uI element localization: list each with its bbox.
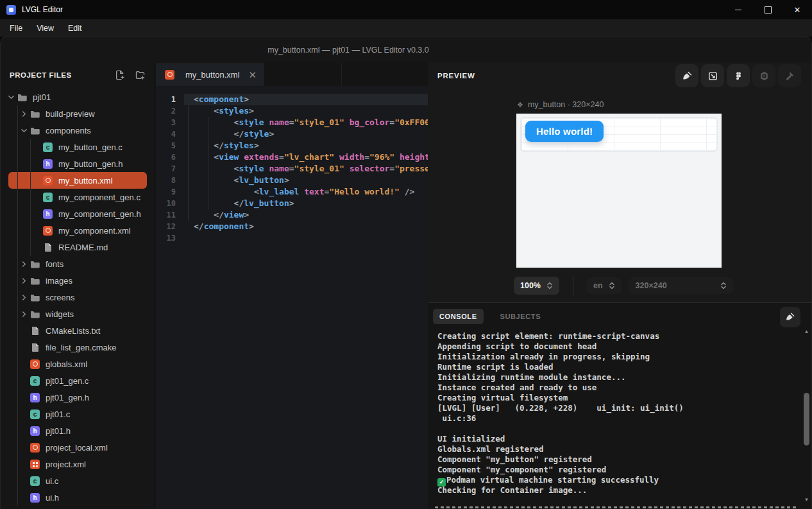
chevron-right-icon[interactable] [19,111,29,117]
tree-item-ui.h[interactable]: hui.h [1,489,155,506]
tree-item-label: my_component_gen.h [58,209,141,219]
code-line: <lv_button> [184,175,428,186]
tree-item-label: screens [46,293,75,302]
export-frame-icon[interactable] [701,64,724,87]
tree-item-images[interactable]: images [1,272,155,289]
tree-item-ui.c[interactable]: cui.c [1,472,155,489]
language-select[interactable]: en [587,277,622,294]
folder-icon [30,259,40,269]
preview-canvas[interactable]: Hello world! [516,114,722,268]
title-bar: LVGL Editor ✕ [0,0,812,19]
console-log[interactable]: Creating script element: runtime-script-… [437,331,797,506]
tree-item-label: ui.c [46,476,58,486]
scrollbar-thumb[interactable] [804,393,809,445]
code-line: </component> [184,221,428,232]
tree-item-my_component_gen.c[interactable]: cmy_component_gen.c [1,189,155,205]
h-file-icon: h [30,493,40,503]
tree-item-file_list_gen.cmake[interactable]: file_list_gen.cmake [1,339,155,356]
updown-chevron-icon [546,281,553,290]
indent-guide [30,139,31,255]
tree-item-label: my_button.xml [58,176,113,185]
chevron-right-icon[interactable] [19,311,29,317]
line-number: 3 [156,117,184,128]
preview-toolbar [675,64,801,87]
tree-item-widgets[interactable]: widgets [1,306,155,322]
app-logo-icon [6,5,16,15]
menu-file[interactable]: File [3,21,30,35]
console-line: Creating virtual filesystem [437,393,797,403]
window-minimize-button[interactable] [723,0,753,19]
menu-edit[interactable]: Edit [61,21,89,35]
tab-my-button-xml[interactable]: my_button.xml ✕ [156,63,264,86]
file-icon [30,326,40,336]
tree-item-my_button_gen.h[interactable]: hmy_button_gen.h [1,155,155,172]
menu-view[interactable]: View [30,21,61,35]
clipped-console-line [435,506,799,508]
clear-console-broom-icon[interactable] [780,307,800,327]
tree-item-pjt01_gen.c[interactable]: cpjt01_gen.c [1,372,155,389]
tree-item-fonts[interactable]: fonts [1,255,155,272]
chevron-right-icon[interactable] [19,278,29,284]
line-number-gutter: 12345678910111213 [156,86,184,509]
new-file-icon[interactable] [115,70,125,80]
tree-item-components[interactable]: components [1,122,155,139]
tab-console[interactable]: CONSOLE [433,309,484,324]
c-file-icon: c [43,142,53,152]
scroll-up-icon[interactable]: ▲ [802,329,811,334]
resolution-value: 320×240 [636,281,667,290]
badge-icon[interactable] [752,64,775,87]
hammer-icon[interactable] [778,64,801,87]
resolution-select[interactable]: 320×240 [629,277,733,294]
code-line: <view extends="lv_chart" width="96%" hei… [184,151,428,163]
window-close-button[interactable]: ✕ [782,0,812,19]
project-files-panel: PROJECT FILES pjt01build-previewcomponen… [1,63,155,509]
code-line: <style name="style_01" bg_color="0xFF000… [184,117,428,128]
tree-item-my_component_gen.h[interactable]: hmy_component_gen.h [1,205,155,222]
folder-icon [30,293,40,302]
tab-close-icon[interactable]: ✕ [249,70,257,80]
tree-item-pjt01.h[interactable]: hpjt01.h [1,422,155,439]
tree-item-pjt01[interactable]: pjt01 [1,89,155,105]
tree-item-label: CMakeLists.txt [46,326,100,336]
broom-icon[interactable] [675,64,698,87]
tree-item-screens[interactable]: screens [1,289,155,306]
tree-item-label: project.xml [46,460,86,469]
chevron-down-icon[interactable] [19,128,29,134]
figma-icon[interactable] [727,64,750,87]
code-line: <styles> [184,105,428,117]
chevron-right-icon[interactable] [19,295,29,300]
tree-item-project.xml[interactable]: project.xml [1,456,155,472]
line-number: 8 [156,175,184,186]
line-number: 6 [156,151,184,163]
chevron-right-icon[interactable] [19,261,29,267]
tree-item-CMakeLists.txt[interactable]: CMakeLists.txt [1,322,155,339]
tree-item-README.md[interactable]: README.md [1,239,155,255]
tree-item-pjt01.c[interactable]: cpjt01.c [1,406,155,422]
tree-item-label: pjt01 [33,92,51,102]
h-file-icon: h [30,426,40,436]
tree-item-project_local.xml[interactable]: project_local.xml [1,439,155,456]
tree-item-pjt01_gen.h[interactable]: hpjt01_gen.h [1,389,155,406]
zoom-select[interactable]: 100% [514,277,559,295]
code-lines: <component> <styles> <style name="style_… [184,86,428,509]
tree-item-build-preview[interactable]: build-preview [1,105,155,122]
h-file-icon: h [43,159,53,169]
tree-item-my_component.xml[interactable]: my_component.xml [1,222,155,239]
chevron-down-icon[interactable] [6,94,16,100]
tree-item-my_button.xml[interactable]: my_button.xml [8,172,147,189]
project-file-icon [30,460,40,469]
console-line: [LVGL] [User] (0.228, +228) ui_init: ui_… [437,403,797,413]
scroll-down-icon[interactable]: ▼ [802,497,811,503]
console-line: ui.c:36 [437,413,797,424]
tree-item-label: project_local.xml [46,443,108,453]
hello-world-button[interactable]: Hello world! [525,121,604,142]
tab-subjects[interactable]: SUBJECTS [494,309,547,324]
preview-title: PREVIEW [437,72,475,80]
window-maximize-button[interactable] [753,0,782,19]
tree-item-label: globals.xml [46,359,87,369]
tree-item-globals.xml[interactable]: globals.xml [1,356,155,372]
new-folder-icon[interactable] [135,70,146,80]
code-editor[interactable]: 12345678910111213 <component> <styles> <… [156,86,428,509]
folder-icon [17,92,27,102]
tree-item-my_button_gen.c[interactable]: cmy_button_gen.c [1,139,155,155]
